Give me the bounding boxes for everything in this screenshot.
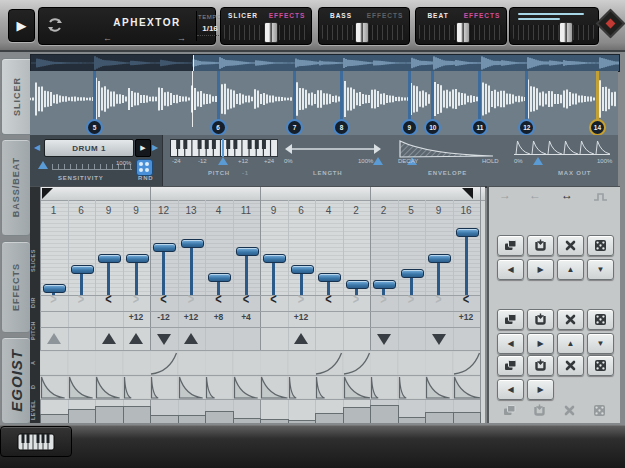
clear-button[interactable] [557,235,584,256]
sidebar-tab-slicer[interactable]: SLICER [1,58,32,135]
decay-cell[interactable] [260,376,288,399]
tab-bass[interactable]: BASS [319,12,363,19]
loop-end-marker[interactable] [462,188,473,199]
pitch-handle[interactable] [218,157,228,165]
slice-fader-handle[interactable] [263,254,286,263]
level-step-cell[interactable] [288,420,317,423]
slice-fader-handle[interactable] [373,280,396,289]
pitch-direction-triangle[interactable] [377,334,391,345]
direction-toggle[interactable]: > [123,292,150,313]
slice-fader-handle[interactable] [291,265,314,274]
maxout-graphic[interactable] [512,139,612,157]
level-step-cell[interactable] [68,409,97,423]
direction-toggle[interactable]: > [398,292,425,313]
shift-left-button[interactable]: ◀ [497,333,524,354]
retrigger-icon[interactable] [46,16,64,34]
decay-cell[interactable] [68,376,96,399]
slice-marker-badge[interactable]: 5 [86,119,103,136]
pitch-direction-triangle[interactable] [47,333,61,344]
slice-fader-handle[interactable] [236,247,259,256]
shift-up-button[interactable]: ▲ [557,259,584,280]
master-slider-handle[interactable] [559,22,573,43]
slice-marker-badge[interactable]: 7 [286,119,303,136]
slice-fader-handle[interactable] [428,254,451,263]
decay-cell[interactable] [205,376,233,399]
slice-fader-handle[interactable] [98,254,121,263]
tab-effects[interactable]: EFFECTS [363,12,407,19]
slice-marker-line[interactable] [93,71,96,121]
attack-cell[interactable] [425,351,453,375]
attack-cell[interactable] [178,351,206,375]
decay-cell[interactable] [370,376,398,399]
shift-down-button[interactable]: ▼ [587,333,614,354]
attack-cell[interactable] [315,351,343,375]
maxout-handle[interactable] [533,157,543,165]
length-range-graphic[interactable] [284,143,382,155]
tab-beat[interactable]: BEAT [416,12,460,19]
slice-marker-line[interactable] [431,71,434,121]
sample-next-icon[interactable]: ▶ [152,143,158,152]
crossfader-handle[interactable] [355,22,369,43]
attack-cell[interactable] [288,351,316,375]
level-step-cell[interactable] [370,405,399,423]
level-step-cell[interactable] [425,412,454,423]
preset-prev-arrow[interactable]: ← [103,33,112,43]
waveform-display[interactable]: 5678910111214 [30,71,618,137]
level-step-cell[interactable] [453,412,482,423]
envelope-curve-graphic[interactable] [397,139,497,159]
decay-cell[interactable] [95,376,123,399]
pitch-value-cell[interactable]: +8 [205,312,232,322]
slice-fader-handle[interactable] [318,273,341,282]
crossfader-handle[interactable] [264,22,278,43]
slice-marker-line[interactable] [478,71,481,121]
keyboard-toggle-button[interactable] [0,426,72,457]
clear-icon[interactable] [563,403,576,416]
slice-marker-badge[interactable]: 12 [518,119,535,136]
slice-marker-badge[interactable]: 11 [471,119,488,136]
slice-fader-handle[interactable] [126,254,149,263]
pitch-value-cell[interactable]: -12 [150,312,177,322]
direction-toggle[interactable]: > [425,292,452,313]
copy-icon[interactable] [503,403,516,416]
direction-toggle[interactable]: > [343,292,370,313]
sidebar-tab-effects[interactable]: EFFECTS [1,241,31,333]
direction-toggle[interactable]: < [260,292,287,313]
decay-cell[interactable] [453,376,481,399]
level-step-cell[interactable] [205,411,234,423]
pitch-value-cell[interactable]: +12 [453,312,480,322]
preset-next-arrow[interactable]: → [177,33,186,43]
sensitivity-handle[interactable] [38,161,48,169]
slice-marker-badge[interactable]: 6 [210,119,227,136]
pitch-direction-triangle[interactable] [157,334,171,345]
direction-toggle[interactable]: < [233,292,260,313]
tab-effects[interactable]: EFFECTS [460,12,504,19]
direction-toggle[interactable]: > [40,292,67,313]
slice-marker-line[interactable] [217,71,220,121]
pitch-direction-triangle[interactable] [294,333,308,344]
slice-marker-line[interactable] [293,71,296,121]
copy-button[interactable] [497,355,524,376]
pitch-direction-triangle[interactable] [432,334,446,345]
level-step-cell[interactable] [315,413,344,423]
paste-button[interactable] [527,235,554,256]
shift-right-button[interactable]: ▶ [527,333,554,354]
pitch-value-cell[interactable]: +12 [288,312,315,322]
direction-toggle[interactable]: < [95,292,122,313]
random-button[interactable] [587,355,614,376]
attack-cell[interactable] [343,351,371,375]
slice-fader-handle[interactable] [401,269,424,278]
pitch-direction-triangle[interactable] [184,333,198,344]
attack-cell[interactable] [370,351,398,375]
play-mode-pattern-icon[interactable] [593,191,609,203]
attack-cell[interactable] [150,351,178,375]
slice-fader-handle[interactable] [208,273,231,282]
step-sequencer-grid[interactable]: SLICESDIRPITCHADLEVEL1>6>9<9>+1212<-1213… [30,186,485,423]
preset-name[interactable]: APHEXTOR [99,17,195,28]
decay-cell[interactable] [40,376,68,399]
attack-cell[interactable] [233,351,261,375]
attack-cell[interactable] [40,351,68,375]
level-step-cell[interactable] [95,406,124,424]
pitch-keyboard[interactable] [170,139,278,157]
clear-button[interactable] [557,309,584,330]
direction-toggle[interactable]: < [453,292,480,313]
